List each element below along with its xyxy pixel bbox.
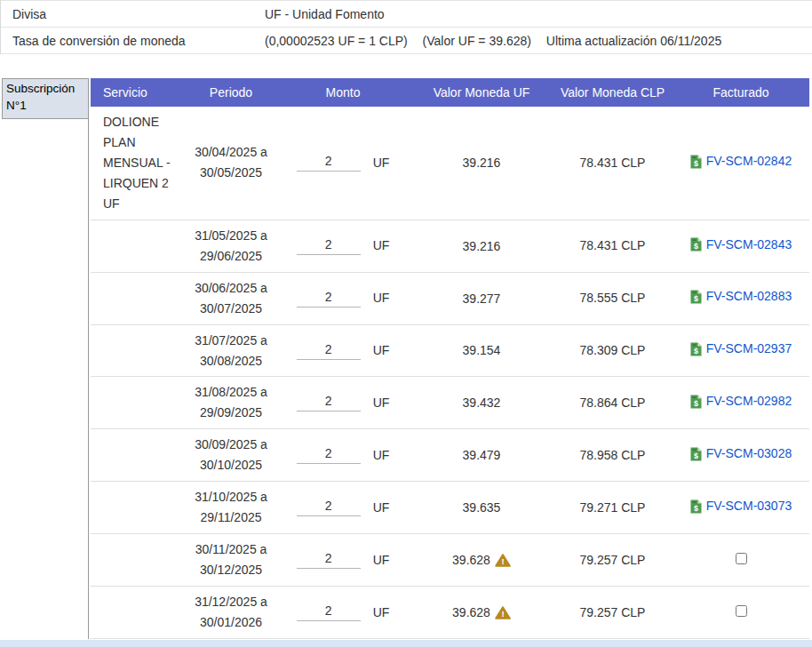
divisa-value-text: UF - Unidad Fomento xyxy=(265,7,385,21)
valor-clp-cell: 79.257 CLP xyxy=(553,587,673,639)
subscription-sidebar: Subscripción N°1 xyxy=(0,78,89,639)
monto-cell: UF xyxy=(275,534,410,587)
divisa-label: Divisa xyxy=(1,7,265,21)
periodo-cell: 30/04/2025 a 30/05/2025 xyxy=(187,107,275,220)
valor-uf-cell: 39.635 xyxy=(410,482,553,534)
unit-label: UF xyxy=(373,153,390,173)
monto-input[interactable] xyxy=(297,499,361,516)
invoice-link[interactable]: $FV-SCM-03028 xyxy=(690,443,792,464)
servicio-cell xyxy=(91,429,187,482)
valor-uf-cell: 39.154 xyxy=(410,324,553,377)
unit-label: UF xyxy=(373,236,390,256)
unit-label: UF xyxy=(373,340,390,361)
valor-clp-cell: 79.257 CLP xyxy=(553,534,673,587)
monto-input[interactable] xyxy=(297,551,361,569)
valor-clp-cell: 78.864 CLP xyxy=(553,377,673,429)
valor-uf-cell: 39.216 xyxy=(410,107,553,220)
valor-uf-cell: 39.432 xyxy=(410,377,553,429)
valor-uf-value: 39.628 xyxy=(452,603,490,623)
warning-icon: ! xyxy=(495,554,511,567)
invoice-link[interactable]: $FV-SCM-03073 xyxy=(690,496,792,516)
subscription-billing-page: Divisa UF - Unidad Fomento Tasa de conve… xyxy=(0,0,812,647)
valor-uf-cell: 39.216 xyxy=(410,220,553,272)
monto-cell: UF xyxy=(275,272,410,324)
svg-text:!: ! xyxy=(501,609,504,619)
monto-cell: UF xyxy=(275,107,410,220)
monto-input[interactable] xyxy=(297,603,361,621)
periodo-cell: 31/07/2025 a 30/08/2025 xyxy=(187,324,275,377)
monto-cell: UF xyxy=(275,220,410,272)
servicio-cell: DOLIONE PLAN MENSUAL - LIRQUEN 2 UF xyxy=(91,107,187,220)
servicio-cell xyxy=(91,482,187,534)
facturado-cell xyxy=(673,587,809,639)
periodo-cell: 31/08/2025 a 29/09/2025 xyxy=(187,377,275,429)
divisa-value: UF - Unidad Fomento xyxy=(265,7,396,21)
servicio-cell xyxy=(91,272,187,324)
table-row: 30/09/2025 a 30/10/2025UF39.47978.958 CL… xyxy=(91,429,809,482)
invoice-number: FV-SCM-02982 xyxy=(706,391,792,411)
subscription-label: Subscripción N°1 xyxy=(2,78,88,119)
header-valor-moneda-uf: Valor Moneda UF xyxy=(410,78,553,107)
header-servicio: Servicio xyxy=(91,78,187,107)
monto-input[interactable] xyxy=(297,154,361,172)
tasa-rate-text: (0,00002523 UF = 1 CLP) xyxy=(265,34,408,48)
valor-clp-cell: 78.431 CLP xyxy=(553,107,673,220)
next-section-edge xyxy=(0,640,812,647)
facturado-cell: $FV-SCM-03028 xyxy=(673,429,809,482)
facturado-cell: $FV-SCM-02982 xyxy=(673,377,809,429)
monto-input[interactable] xyxy=(297,446,361,464)
svg-text:$: $ xyxy=(694,241,698,250)
periodo-cell: 30/11/2025 a 30/12/2025 xyxy=(187,534,275,587)
monto-input[interactable] xyxy=(297,342,361,360)
valor-uf-cell: 39.628! xyxy=(410,534,553,587)
periodo-cell: 31/05/2025 a 29/06/2025 xyxy=(187,220,275,272)
unit-label: UF xyxy=(373,288,390,308)
monto-input[interactable] xyxy=(297,290,361,308)
monto-input[interactable] xyxy=(297,237,361,255)
valor-clp-cell: 79.271 CLP xyxy=(553,482,673,534)
valor-uf-value: 39.216 xyxy=(463,153,501,173)
valor-uf-cell: 39.479 xyxy=(410,429,553,482)
servicio-cell xyxy=(91,377,187,429)
svg-text:$: $ xyxy=(694,346,698,355)
invoice-link[interactable]: $FV-SCM-02842 xyxy=(690,151,792,172)
invoice-number: FV-SCM-02937 xyxy=(706,339,792,359)
facturado-checkbox[interactable] xyxy=(736,605,747,617)
facturado-checkbox[interactable] xyxy=(736,553,747,564)
monto-cell: UF xyxy=(275,324,410,377)
invoice-icon: $ xyxy=(690,237,702,252)
valor-uf-value: 39.479 xyxy=(463,445,501,466)
invoice-link[interactable]: $FV-SCM-02843 xyxy=(690,235,792,255)
table-row: 31/07/2025 a 30/08/2025UF39.15478.309 CL… xyxy=(91,324,809,377)
valor-uf-value: 39.277 xyxy=(463,289,501,309)
facturado-cell: $FV-SCM-02937 xyxy=(673,324,809,377)
svg-text:$: $ xyxy=(694,158,698,167)
facturado-cell: $FV-SCM-03073 xyxy=(673,482,809,534)
invoice-number: FV-SCM-02842 xyxy=(706,151,792,172)
divisa-row: Divisa UF - Unidad Fomento xyxy=(1,1,812,28)
facturado-cell xyxy=(673,534,809,587)
header-valor-moneda-clp: Valor Moneda CLP xyxy=(553,78,673,107)
valor-uf-cell: 39.628! xyxy=(410,587,553,639)
unit-label: UF xyxy=(373,445,390,466)
servicio-cell xyxy=(91,220,187,272)
valor-uf-value: 39.216 xyxy=(463,236,501,257)
periodo-cell: 30/06/2025 a 30/07/2025 xyxy=(187,272,275,324)
header-facturado: Facturado xyxy=(673,78,809,107)
invoice-link[interactable]: $FV-SCM-02883 xyxy=(690,286,792,307)
monto-input[interactable] xyxy=(297,394,361,411)
table-row: 31/12/2025 a 30/01/2026UF39.628!79.257 C… xyxy=(91,587,809,639)
table-row: 30/11/2025 a 30/12/2025UF39.628!79.257 C… xyxy=(91,534,809,587)
svg-text:$: $ xyxy=(694,451,698,459)
invoice-link[interactable]: $FV-SCM-02937 xyxy=(690,339,792,359)
tasa-label: Tasa de conversión de moneda xyxy=(1,34,265,48)
facturado-cell: $FV-SCM-02842 xyxy=(673,107,809,220)
invoice-link[interactable]: $FV-SCM-02982 xyxy=(690,391,792,411)
unit-label: UF xyxy=(373,393,390,413)
invoice-icon: $ xyxy=(690,290,702,304)
valor-uf-cell: 39.277 xyxy=(410,272,553,324)
header-periodo: Periodo xyxy=(187,78,275,107)
valor-clp-cell: 78.309 CLP xyxy=(553,324,673,377)
billing-table-body: DOLIONE PLAN MENSUAL - LIRQUEN 2 UF30/04… xyxy=(91,107,809,639)
periodo-cell: 31/12/2025 a 30/01/2026 xyxy=(187,587,275,639)
